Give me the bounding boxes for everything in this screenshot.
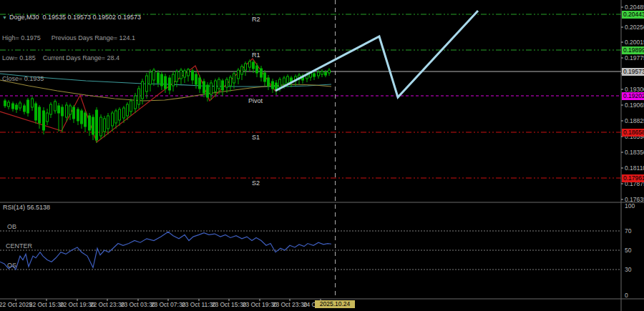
candle-body <box>39 107 41 123</box>
symbol-dropdown-icon[interactable]: ▼ <box>2 15 7 20</box>
candle-body <box>253 62 255 69</box>
rsi-indicator-title: RSI(14) 56.5138 <box>3 204 50 211</box>
time-axis-label: 23 Oct 07:30 <box>151 301 186 308</box>
rsi-scale-label: 100 <box>625 202 635 209</box>
price-badge-r1: 0.19899 <box>622 46 644 54</box>
candle-body <box>54 102 57 111</box>
candle-body <box>238 70 240 79</box>
price-badge-current: 0.19573 <box>622 68 644 76</box>
level-label-r1: R1 <box>252 51 260 59</box>
candle-body <box>287 76 289 83</box>
candle-body <box>157 73 160 83</box>
chart-info-overlay: ▼Doge,M30 0.19535 0.19573 0.19502 0.1957… <box>2 1 141 96</box>
candle-body <box>146 76 148 92</box>
candle-body <box>249 61 251 67</box>
candle-body <box>16 105 18 109</box>
rsi-scale-label: 0 <box>625 292 628 299</box>
candle-body <box>104 119 106 132</box>
rsi-scale-label: 50 <box>625 247 631 254</box>
candle-body <box>84 113 87 127</box>
candle-body <box>69 106 72 114</box>
candle-body <box>127 104 129 116</box>
level-label-pivot: Pivot <box>248 97 263 104</box>
vline-time-badge[interactable]: 2025.10.24 07:30 <box>315 300 355 308</box>
candle-body <box>31 99 34 107</box>
candle-body <box>230 77 232 86</box>
candle-body <box>4 101 6 106</box>
rsi-scale-label: 30 <box>625 266 631 273</box>
candle-body <box>112 113 114 126</box>
candle-body <box>272 82 274 89</box>
candle-body <box>325 72 327 75</box>
candle-body <box>92 117 94 134</box>
trend-projection-line[interactable] <box>275 11 478 97</box>
info-prev-close: Close= 0.1935 <box>2 76 141 83</box>
candle-body <box>264 73 266 82</box>
candle-body <box>8 102 10 107</box>
price-tick-label: 0.19775 <box>625 54 644 61</box>
candle-body <box>199 78 201 89</box>
candle-body <box>176 71 178 82</box>
candle-body <box>318 72 320 76</box>
candle-body <box>142 82 144 99</box>
rsi-indicator-line <box>0 232 331 270</box>
info-prev-high-range: High= 0.1975 Previous Days Range= 124.1 <box>2 35 141 42</box>
price-tick-label: 0.18110 <box>625 164 644 172</box>
candle-body <box>203 82 205 93</box>
candle-body <box>130 101 132 112</box>
candle-body <box>12 104 14 109</box>
candle-body <box>313 74 316 76</box>
candle-body <box>119 109 121 120</box>
candle-body <box>192 71 194 80</box>
candle-body <box>226 79 228 87</box>
candle-body <box>169 78 171 90</box>
candle-body <box>165 76 167 89</box>
candle-body <box>96 110 98 140</box>
price-badge-s1: 0.18658 <box>622 129 644 137</box>
candle-body <box>260 69 263 77</box>
candle-body <box>77 109 79 121</box>
candle-body <box>328 70 331 73</box>
price-badge-pivot: 0.19202 <box>622 92 644 100</box>
candle-body <box>268 78 270 86</box>
rsi-overbought-label: OB <box>7 223 16 230</box>
candle-body <box>321 71 323 74</box>
candle-body <box>195 74 197 84</box>
price-tick-label: 0.20485 <box>625 4 644 11</box>
candle-body <box>58 106 60 113</box>
time-axis-label: 22 Oct 2025 <box>0 301 32 308</box>
candle-body <box>47 113 49 122</box>
candle-body <box>218 79 220 89</box>
candle-body <box>161 74 163 86</box>
candle-body <box>172 74 175 86</box>
candle-body <box>115 111 117 123</box>
candle-body <box>241 66 243 74</box>
candle-body <box>222 81 224 90</box>
price-tick-label: 0.18350 <box>625 149 644 156</box>
candle-body <box>135 96 137 109</box>
candle-body <box>62 107 64 116</box>
candle-body <box>50 104 52 114</box>
candle-body <box>123 108 125 118</box>
price-tick-label: 0.20015 <box>625 39 644 46</box>
time-axis-label: 22 Oct 23:30 <box>90 301 125 308</box>
candle-body <box>100 117 102 136</box>
candle-body <box>35 104 37 120</box>
price-badge-s2: 0.17961 <box>622 174 644 182</box>
candle-body <box>180 70 182 79</box>
price-tick-label: 0.18825 <box>625 117 644 124</box>
candle-body <box>19 103 21 108</box>
candle-body <box>43 111 45 130</box>
candle-body <box>283 78 286 84</box>
candle-body <box>24 106 26 112</box>
candle-body <box>107 116 109 129</box>
candle-body <box>66 105 68 117</box>
price-tick-label: 0.20250 <box>625 24 644 31</box>
candle-body <box>233 74 235 83</box>
candle-body <box>279 79 281 87</box>
candle-body <box>153 70 155 80</box>
symbol-ohlc-line: Doge,M30 0.19535 0.19573 0.19502 0.19573 <box>9 14 141 21</box>
rsi-oversold-label: OS <box>7 262 16 269</box>
candle-body <box>150 72 152 84</box>
candle-body <box>256 66 258 73</box>
